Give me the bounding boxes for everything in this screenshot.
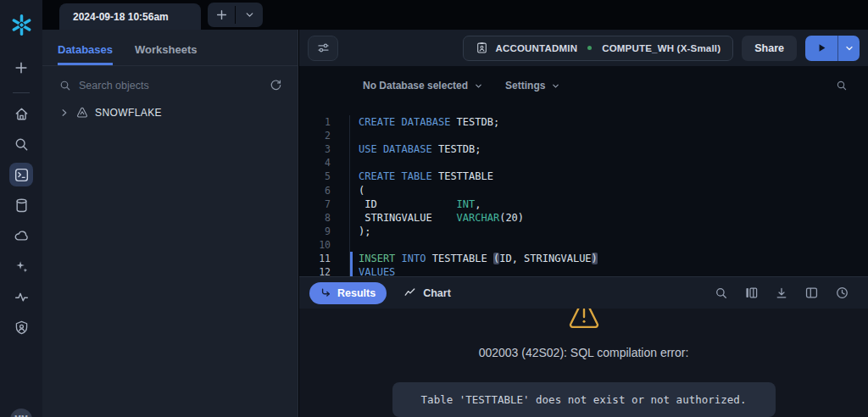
chart-line-icon xyxy=(403,286,416,299)
home-icon xyxy=(14,106,30,122)
sql-code-area[interactable]: 1CREATE DATABASE TESTDB;23USE DATABASE T… xyxy=(299,115,868,276)
error-code-text: 002003 (42S02): SQL compilation error: xyxy=(479,346,689,359)
role-badge-icon xyxy=(476,42,488,54)
refresh-icon xyxy=(270,79,282,92)
left-nav-rail: MM xyxy=(0,0,42,417)
tab-chart[interactable]: Chart xyxy=(403,286,451,299)
statement-indicator xyxy=(350,156,353,170)
warehouse-label: COMPUTE_WH (X-Small) xyxy=(602,43,721,53)
gutter-separator xyxy=(331,115,350,129)
add-worksheet-tab-button[interactable] xyxy=(208,3,235,27)
shield-user-icon xyxy=(14,320,30,336)
gutter-separator xyxy=(331,225,350,238)
panel-tab-worksheets[interactable]: Worksheets xyxy=(135,43,197,65)
code-line[interactable]: 9); xyxy=(299,225,868,238)
code-text: ); xyxy=(353,225,370,237)
tab-list-dropdown-button[interactable] xyxy=(236,3,263,27)
code-line[interactable]: 2 xyxy=(299,129,868,142)
nav-search[interactable] xyxy=(9,132,33,156)
code-text: VALUES xyxy=(353,266,395,276)
nav-data[interactable] xyxy=(9,193,33,217)
run-button-group xyxy=(805,36,860,61)
gutter-separator xyxy=(331,197,350,211)
results-error-area[interactable]: 002003 (42S02): SQL compilation error: T… xyxy=(299,309,868,417)
new-item-button[interactable] xyxy=(9,56,33,80)
code-line[interactable]: 12VALUES xyxy=(299,265,868,276)
nav-projects[interactable] xyxy=(9,163,33,186)
editor-header: No Database selected Settings xyxy=(299,66,868,105)
line-number: 4 xyxy=(299,157,331,169)
user-avatar[interactable]: MM xyxy=(10,409,32,417)
tab-results[interactable]: Results xyxy=(309,282,387,304)
chevron-down-icon xyxy=(474,81,483,91)
clock-icon xyxy=(835,286,849,300)
panel-tab-databases[interactable]: Databases xyxy=(58,43,113,65)
worksheet-tabstrip: 2024-09-18 10:56am xyxy=(42,0,868,30)
columns-icon xyxy=(744,286,759,300)
nav-home[interactable] xyxy=(9,102,33,125)
chevron-right-icon[interactable] xyxy=(59,108,70,118)
code-text: USE DATABASE TESTDB; xyxy=(353,143,481,155)
query-filters-button[interactable] xyxy=(308,36,338,61)
refresh-objects-button[interactable] xyxy=(270,79,282,92)
gutter-separator xyxy=(331,238,350,252)
object-search-row xyxy=(42,66,298,92)
tree-item-label: SNOWFLAKE xyxy=(95,107,162,119)
code-text: INSERT INTO TESTTABLE (ID, STRINGVALUE) xyxy=(353,253,598,264)
gutter-separator xyxy=(331,142,350,156)
role-label: ACCOUNTADMIN xyxy=(495,43,577,53)
error-detail-box: Table 'TESTTABLE' does not exist or not … xyxy=(392,382,776,417)
gutter-separator xyxy=(331,183,350,197)
line-number: 6 xyxy=(299,185,331,197)
results-history-button[interactable] xyxy=(835,286,849,300)
results-download-button[interactable] xyxy=(775,286,788,300)
code-line[interactable]: 4 xyxy=(299,156,868,170)
code-text: ( xyxy=(353,185,364,197)
nav-ai[interactable] xyxy=(9,254,33,278)
code-text: CREATE TABLE TESTTABLE xyxy=(353,170,493,182)
code-line[interactable]: 3USE DATABASE TESTDB; xyxy=(299,142,868,156)
code-line[interactable]: 5CREATE TABLE TESTTABLE xyxy=(299,170,868,183)
results-search-button[interactable] xyxy=(715,286,728,300)
tree-item-snowflake[interactable]: SNOWFLAKE xyxy=(42,92,298,120)
snowflake-logo[interactable] xyxy=(9,13,33,36)
return-arrow-icon xyxy=(320,287,331,298)
run-options-button[interactable] xyxy=(837,36,860,61)
code-line[interactable]: 6( xyxy=(299,183,868,197)
code-line[interactable]: 1CREATE DATABASE TESTDB; xyxy=(299,115,868,129)
sliders-icon xyxy=(316,41,331,55)
line-number: 3 xyxy=(299,143,331,155)
statement-indicator xyxy=(350,129,353,142)
gutter-separator xyxy=(331,252,350,265)
gutter-separator xyxy=(331,156,350,170)
gutter-separator xyxy=(331,170,350,183)
code-line[interactable]: 10 xyxy=(299,238,868,252)
nav-marketplace[interactable] xyxy=(9,224,33,247)
editor-search-button[interactable] xyxy=(836,80,848,92)
code-line[interactable]: 8 STRINGVALUE VARCHAR(20) xyxy=(299,211,868,225)
gutter-separator xyxy=(331,211,350,225)
warehouse-status-dot xyxy=(587,46,592,50)
share-button[interactable]: Share xyxy=(742,36,797,61)
editor-settings-menu[interactable]: Settings xyxy=(505,80,560,92)
results-columns-button[interactable] xyxy=(744,286,759,300)
line-number: 7 xyxy=(299,198,331,210)
worksheet-tab[interactable]: 2024-09-18 10:56am xyxy=(59,3,201,30)
nav-admin[interactable] xyxy=(9,315,33,339)
toolbar-right-cluster: ACCOUNTADMIN COMPUTE_WH (X-Small) Share xyxy=(463,36,860,61)
search-objects-input[interactable] xyxy=(79,80,262,92)
line-number: 12 xyxy=(299,266,331,276)
warning-triangle-icon xyxy=(566,309,602,330)
nav-activity[interactable] xyxy=(9,285,33,309)
database-selector[interactable]: No Database selected xyxy=(363,80,483,92)
object-browser-tabs: DatabasesWorksheets xyxy=(42,30,298,66)
split-panel-icon xyxy=(804,286,819,300)
results-panel: Results Chart xyxy=(299,276,868,417)
code-line[interactable]: 7 ID INT, xyxy=(299,197,868,211)
code-line[interactable]: 11INSERT INTO TESTTABLE (ID, STRINGVALUE… xyxy=(299,252,868,265)
run-button[interactable] xyxy=(805,36,837,61)
line-number: 1 xyxy=(299,116,331,128)
results-split-view-button[interactable] xyxy=(804,286,819,300)
cloud-icon xyxy=(14,228,30,244)
context-selector[interactable]: ACCOUNTADMIN COMPUTE_WH (X-Small) xyxy=(463,36,733,61)
